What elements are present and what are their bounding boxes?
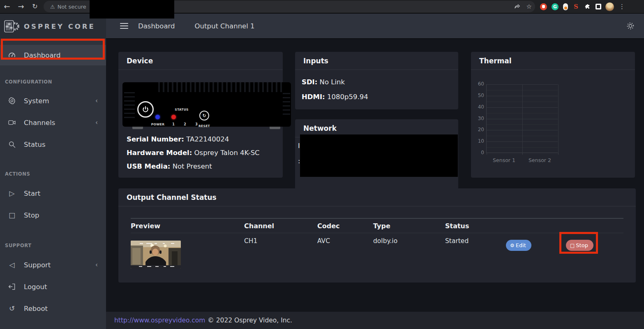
extensions-puzzle-icon[interactable] xyxy=(584,3,591,10)
sidebar-item-status[interactable]: Status xyxy=(0,134,106,155)
sidebar-item-label: Start xyxy=(24,190,40,197)
pill-extension-icon[interactable] xyxy=(563,3,568,10)
sidebar-item-label: Dashboard xyxy=(24,51,61,59)
browser-forward-button[interactable]: → xyxy=(14,0,28,13)
sidebar-section-actions: ACTIONS xyxy=(0,171,106,177)
panel-power-label: POWER xyxy=(149,123,167,126)
adblocker-extension-icon[interactable] xyxy=(540,3,547,10)
osprey-logo-icon xyxy=(3,18,20,35)
column-header-type: Type xyxy=(373,222,445,230)
serial-number-field: Serial Number: TA22140024 xyxy=(127,132,260,146)
gear-icon: ⚙ xyxy=(510,243,515,248)
app-header: Dashboard Output Channel 1 xyxy=(106,14,644,39)
url-redaction-box xyxy=(90,0,174,19)
share-icon[interactable] xyxy=(514,3,521,10)
bookmark-star-icon[interactable]: ☆ xyxy=(526,3,532,10)
magnifier-icon xyxy=(7,140,17,148)
logout-icon xyxy=(7,283,17,291)
sidebar-item-label: Channels xyxy=(24,119,55,127)
header-tab-output-channel-1[interactable]: Output Channel 1 xyxy=(185,22,265,30)
output-channel-table: Preview Channel Codec Type Status xyxy=(131,218,623,269)
column-header-preview: Preview xyxy=(131,222,244,230)
thermal-card: Thermal 0102030405060Sensor 1Sensor 2 xyxy=(471,52,635,178)
play-icon: ▷ xyxy=(7,190,17,197)
device-front-panel-image: STATUS POWER 1 2 3 ↻ RESET xyxy=(122,82,291,127)
redacted-text-fragment: I xyxy=(298,142,300,150)
status-led-1 xyxy=(171,115,176,119)
cell-codec: AVC xyxy=(317,233,373,269)
device-reset-button-icon: ↻ xyxy=(199,111,209,120)
browser-back-button[interactable]: ← xyxy=(0,0,14,13)
copyright-text: © 2022 Osprey Video, Inc. xyxy=(208,317,292,324)
table-header-row: Preview Channel Codec Type Status xyxy=(131,218,623,233)
sidebar-item-dashboard[interactable]: Dashboard xyxy=(0,45,106,65)
sidebar-item-start[interactable]: ▷ Start xyxy=(0,183,106,204)
device-card: Device STATUS POWER 1 2 3 ↻ RESET xyxy=(118,52,283,178)
header-tab-dashboard[interactable]: Dashboard xyxy=(128,22,185,30)
power-led xyxy=(155,115,160,119)
panel-status-label: STATUS xyxy=(173,108,191,111)
browser-menu-icon[interactable]: ⋮ xyxy=(619,3,625,10)
device-foot-left xyxy=(132,127,143,129)
page-footer: http://www.ospreyvideo.com © 2022 Osprey… xyxy=(106,312,644,329)
thermal-card-title: Thermal xyxy=(471,52,635,70)
gauge-icon xyxy=(7,51,17,59)
grammarly-extension-icon[interactable]: G xyxy=(552,3,559,10)
send-icon: ◁ xyxy=(7,262,17,269)
usb-media-field: USB Media: Not Present xyxy=(127,160,260,173)
sidebar: OSPREY CORE Dashboard CONFIGURATION Syst… xyxy=(0,14,106,329)
cell-status: Started xyxy=(445,233,506,269)
sidebar-item-system[interactable]: System ‹ xyxy=(0,90,106,111)
chevron-left-icon: ‹ xyxy=(95,97,98,104)
sidebar-item-channels[interactable]: Channels ‹ xyxy=(0,112,106,133)
output-card-title: Output Channel Status xyxy=(118,188,636,206)
main-content: Device STATUS POWER 1 2 3 ↻ RESET xyxy=(106,39,644,312)
thermal-bar-chart: 0102030405060Sensor 1Sensor 2 xyxy=(471,70,635,178)
sidebar-item-label: System xyxy=(24,97,49,105)
cell-channel: CH1 xyxy=(244,233,317,269)
sidebar-item-reboot[interactable]: ↺ Reboot xyxy=(0,298,106,319)
edit-button[interactable]: ⚙Edit xyxy=(506,240,531,251)
stop-button[interactable]: □Stop xyxy=(566,240,593,251)
device-foot-right xyxy=(270,127,280,129)
sidebar-item-stop[interactable]: □ Stop xyxy=(0,205,106,225)
not-secure-label: Not secure xyxy=(58,4,86,10)
channel-preview-thumbnail xyxy=(131,241,181,269)
extensions-row: G S xyxy=(540,3,601,10)
column-header-status: Status xyxy=(445,222,506,230)
video-camera-icon xyxy=(7,118,17,127)
gear-icon xyxy=(7,97,17,105)
reboot-icon: ↺ xyxy=(7,305,17,312)
sidebar-item-support[interactable]: ◁ Support ‹ xyxy=(0,255,106,275)
table-row: CH1 AVC dolby.io Started ⚙Edit □Stop xyxy=(131,233,623,269)
inputs-card: Inputs SDI: No Link HDMI: 1080p59.94 xyxy=(295,52,458,109)
browser-profile-avatar[interactable] xyxy=(605,2,614,11)
chevron-left-icon: ‹ xyxy=(95,261,98,269)
column-header-channel: Channel xyxy=(244,222,317,230)
sidebar-item-label: Reboot xyxy=(24,305,48,313)
chevron-left-icon: ‹ xyxy=(95,119,98,126)
sidebar-item-label: Logout xyxy=(24,283,47,291)
sidebar-item-label: Stop xyxy=(24,211,39,219)
tab-extension-icon[interactable] xyxy=(596,4,601,9)
network-redaction-box xyxy=(300,134,458,177)
sidebar-item-label: Support xyxy=(24,261,51,269)
output-channel-status-card: Output Channel Status Preview Channel Co… xyxy=(118,188,636,283)
panel-reset-label: RESET xyxy=(196,124,213,128)
device-power-button-icon xyxy=(137,101,154,118)
sidebar-section-configuration: CONFIGURATION xyxy=(0,79,106,85)
sidebar-item-logout[interactable]: Logout xyxy=(0,276,106,297)
column-header-codec: Codec xyxy=(317,222,373,230)
logo-title: OSPREY CORE xyxy=(24,23,95,30)
sdi-field: SDI: No Link xyxy=(302,78,452,93)
not-secure-warning-icon: ⚠ xyxy=(50,4,55,10)
sidebar-item-label: Status xyxy=(24,141,46,148)
theme-sun-icon[interactable] xyxy=(626,21,635,30)
inputs-card-title: Inputs xyxy=(295,52,458,70)
hamburger-menu-icon[interactable] xyxy=(120,21,128,30)
osprey-website-link[interactable]: http://www.ospreyvideo.com xyxy=(114,317,205,324)
hdmi-field: HDMI: 1080p59.94 xyxy=(302,93,452,108)
stop-square-icon: □ xyxy=(570,243,575,248)
seo-extension-icon[interactable]: S xyxy=(572,3,579,10)
browser-reload-button[interactable]: ↻ xyxy=(28,0,42,13)
